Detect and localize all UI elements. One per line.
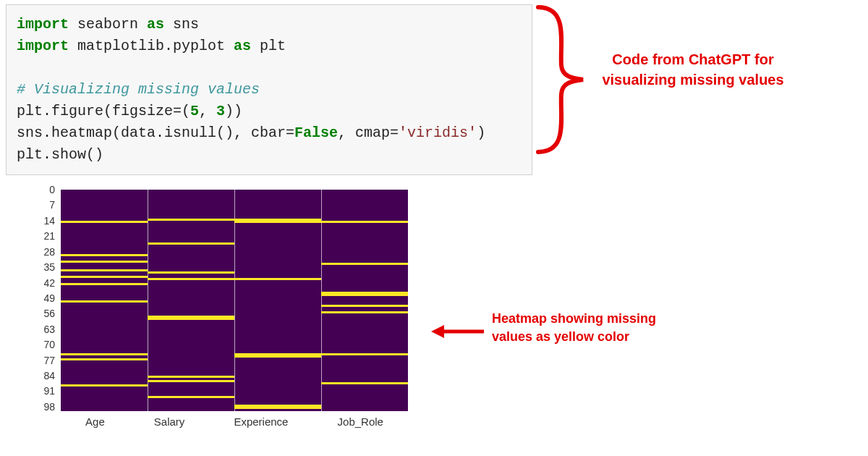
y-tick-label: 91 — [33, 385, 55, 397]
code-text: False — [294, 124, 338, 141]
x-tick-label: Experience — [234, 415, 288, 428]
annotation-heatmap: Heatmap showing missing values as yellow… — [492, 310, 658, 346]
missing-cell — [321, 263, 408, 265]
missing-cell — [148, 219, 234, 221]
code-block: import seaborn as sns import matplotlib.… — [6, 4, 532, 175]
y-tick-label: 21 — [33, 230, 55, 242]
y-tick-label: 0 — [33, 184, 55, 195]
heatmap-plot-area: 0714212835424956637077849198 — [61, 190, 408, 411]
code-text: , — [199, 103, 216, 119]
col-sep — [234, 190, 235, 411]
y-tick-label: 98 — [33, 401, 55, 413]
code-text: )) — [225, 103, 242, 119]
missing-cell — [148, 278, 234, 280]
missing-cell — [61, 221, 148, 223]
code-text: seaborn — [69, 16, 147, 33]
missing-cell — [321, 353, 408, 355]
code-text: import — [17, 38, 69, 54]
y-tick-label: 42 — [33, 277, 55, 289]
code-text: ) — [477, 124, 485, 141]
missing-cell — [234, 353, 321, 358]
code-text: import — [17, 16, 69, 33]
y-tick-label: 84 — [33, 370, 55, 381]
y-tick-label: 70 — [33, 339, 55, 350]
missing-cell — [61, 269, 148, 271]
code-text: sns — [164, 16, 199, 33]
code-comment: # Visualizing missing values — [17, 81, 260, 98]
missing-cell — [148, 271, 234, 274]
y-tick-label: 77 — [33, 355, 55, 366]
col-sep — [321, 190, 322, 411]
missing-cell — [61, 276, 148, 278]
code-text: plt — [251, 38, 286, 54]
missing-cell — [148, 380, 234, 382]
missing-cell — [148, 242, 234, 245]
brace-icon — [532, 0, 597, 161]
missing-cell — [321, 292, 408, 296]
x-axis: AgeSalaryExperienceJob_Role — [61, 411, 408, 428]
x-tick-label: Job_Role — [338, 415, 383, 428]
missing-cell — [321, 311, 408, 313]
missing-cell — [148, 376, 234, 378]
missing-cell — [148, 396, 234, 398]
missing-cell — [61, 353, 148, 355]
code-text: 'viridis' — [399, 124, 477, 141]
code-text: plt.figure(figsize=( — [17, 103, 190, 119]
y-tick-label: 56 — [33, 308, 55, 319]
y-tick-label: 35 — [33, 261, 55, 273]
missing-cell — [234, 219, 321, 223]
missing-cell — [61, 358, 148, 360]
missing-cell — [321, 221, 408, 223]
missing-cell — [61, 300, 148, 303]
y-tick-label: 49 — [33, 292, 55, 304]
code-text: , cmap= — [338, 124, 399, 141]
arrow-icon — [431, 323, 485, 340]
code-text: matplotlib.pyplot — [69, 38, 234, 54]
heatmap-chart: 0714212835424956637077849198 AgeSalaryEx… — [41, 190, 417, 428]
missing-cell — [61, 254, 148, 256]
code-text: sns.heatmap(data.isnull(), cbar= — [17, 124, 294, 141]
code-text: as — [234, 38, 251, 54]
missing-cell — [61, 283, 148, 285]
y-tick-label: 63 — [33, 324, 55, 335]
annotation-code: Code from ChatGPT for visualizing missin… — [592, 49, 794, 90]
code-text: 5 — [190, 103, 199, 119]
x-tick-label: Age — [85, 415, 105, 428]
y-tick-label: 28 — [33, 246, 55, 258]
code-text: plt.show() — [17, 146, 103, 163]
y-tick-label: 14 — [33, 215, 55, 227]
y-tick-label: 7 — [33, 199, 55, 211]
svg-marker-1 — [431, 325, 444, 338]
code-text: as — [147, 16, 164, 33]
missing-cell — [234, 278, 321, 280]
missing-cell — [61, 384, 148, 387]
missing-cell — [61, 261, 148, 263]
missing-cell — [321, 305, 408, 307]
code-text: 3 — [216, 103, 225, 119]
missing-cell — [321, 382, 408, 384]
col-sep — [148, 190, 148, 411]
x-tick-label: Salary — [154, 415, 185, 428]
missing-cell — [148, 316, 234, 320]
missing-cell — [234, 405, 321, 409]
